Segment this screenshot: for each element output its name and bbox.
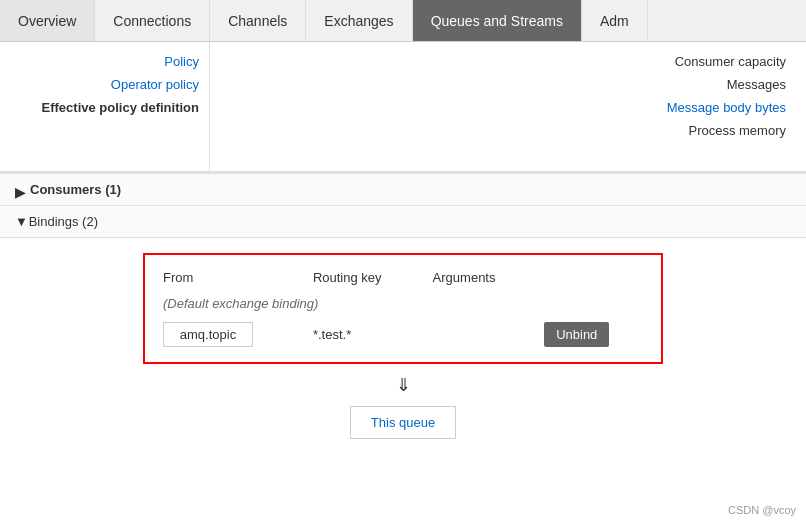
nav-exchanges[interactable]: Exchanges	[306, 0, 412, 41]
bindings-table-wrapper: From Routing key Arguments (Default exch…	[143, 253, 663, 364]
right-column: Consumer capacity Messages Message body …	[210, 42, 806, 171]
main-content: Policy Operator policy Effective policy …	[0, 42, 806, 454]
policy-label: Policy	[164, 50, 199, 73]
table-row: amq.topic *.test.* Unbind	[155, 317, 651, 352]
bindings-title: ▼ Bindings (2)	[15, 214, 98, 229]
consumers-header-row[interactable]: ▶ Consumers (1)	[0, 173, 806, 205]
routing-key-cell: *.test.*	[305, 317, 425, 352]
default-exchange-cell: (Default exchange binding)	[155, 290, 651, 317]
bindings-chevron[interactable]: ▼	[15, 214, 25, 224]
this-queue-box[interactable]: This queue	[350, 406, 456, 439]
col-arguments: Arguments	[425, 265, 537, 290]
default-exchange-row: (Default exchange binding)	[155, 290, 651, 317]
nav-connections[interactable]: Connections	[95, 0, 210, 41]
from-cell: amq.topic	[155, 317, 305, 352]
consumers-chevron[interactable]: ▶	[15, 185, 25, 195]
col-from: From	[155, 265, 305, 290]
process-memory-label: Process memory	[688, 119, 786, 142]
left-column: Policy Operator policy Effective policy …	[0, 42, 210, 171]
nav-overview[interactable]: Overview	[0, 0, 95, 41]
col-routing-key: Routing key	[305, 265, 425, 290]
arrow-down: ⇓	[396, 374, 411, 396]
bindings-content: From Routing key Arguments (Default exch…	[0, 238, 806, 454]
messages-label: Messages	[727, 73, 786, 96]
consumer-capacity-label: Consumer capacity	[675, 50, 786, 73]
unbind-button[interactable]: Unbind	[544, 322, 609, 347]
unbind-cell: Unbind	[536, 317, 651, 352]
arguments-cell	[425, 317, 537, 352]
bindings-section: ▼ Bindings (2) From Routing key Argument…	[0, 205, 806, 454]
message-body-bytes-label: Message body bytes	[667, 96, 786, 119]
consumers-title: ▶ Consumers (1)	[15, 182, 121, 197]
effective-policy-label: Effective policy definition	[42, 96, 199, 119]
exchange-name: amq.topic	[163, 322, 253, 347]
operator-policy-label: Operator policy	[111, 73, 199, 96]
top-navigation: Overview Connections Channels Exchanges …	[0, 0, 806, 42]
col-actions	[536, 265, 651, 290]
nav-channels[interactable]: Channels	[210, 0, 306, 41]
bindings-header-row[interactable]: ▼ Bindings (2)	[0, 206, 806, 238]
consumers-title-text: Consumers (1)	[30, 182, 121, 197]
footer-text: CSDN @vcoy	[728, 504, 796, 516]
info-section: Policy Operator policy Effective policy …	[0, 42, 806, 172]
nav-queues-and-streams[interactable]: Queues and Streams	[413, 0, 582, 41]
consumers-section: ▶ Consumers (1)	[0, 172, 806, 205]
bindings-title-text: Bindings (2)	[29, 214, 98, 229]
nav-adm[interactable]: Adm	[582, 0, 648, 41]
bindings-table: From Routing key Arguments (Default exch…	[155, 265, 651, 352]
